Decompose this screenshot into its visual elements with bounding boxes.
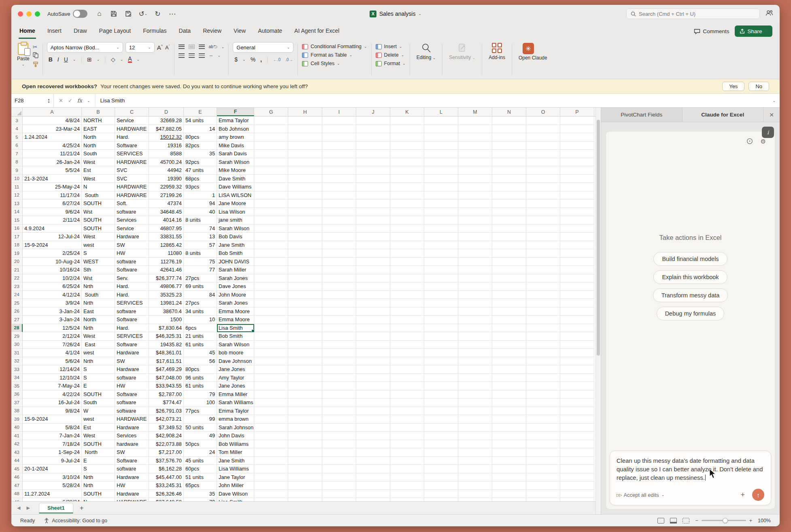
cell-B49[interactable]: N (82, 498, 115, 501)
cell-G31[interactable] (254, 349, 288, 357)
cell-A29[interactable]: 2/12/24 (23, 332, 82, 341)
undo-button[interactable]: ↺⌄ (138, 9, 147, 18)
cell-H21[interactable] (288, 266, 322, 274)
cell-B36[interactable]: SOUTH (82, 390, 115, 399)
cell-O26[interactable] (526, 307, 560, 316)
cell-E27[interactable]: 10 (184, 316, 217, 324)
cell-C18[interactable]: SW (115, 241, 149, 250)
align-center-icon[interactable] (189, 53, 195, 58)
cell-F38[interactable]: Emma Taylor (217, 407, 254, 415)
cell-K48[interactable] (390, 490, 424, 498)
cell-H40[interactable] (288, 424, 322, 432)
cell-B27[interactable]: North (82, 316, 115, 324)
cell-F27[interactable]: Emma Moore (217, 316, 254, 324)
cell-G4[interactable] (254, 125, 288, 134)
italic-button[interactable]: I (57, 56, 59, 63)
cell-N35[interactable] (492, 382, 526, 390)
cell-H43[interactable] (288, 448, 322, 457)
cell-L48[interactable] (424, 490, 458, 498)
cell-O42[interactable] (526, 440, 560, 449)
cell-K14[interactable] (390, 208, 424, 216)
cell-H28[interactable] (288, 324, 322, 333)
cell-E33[interactable]: 80pcs (184, 365, 217, 374)
ribbon-tab-view[interactable]: View (233, 24, 247, 39)
cell-F48[interactable]: Dave Wilson (217, 490, 254, 498)
cell-O34[interactable] (526, 374, 560, 382)
cell-P37[interactable] (560, 398, 594, 407)
cell-L32[interactable] (424, 357, 458, 366)
cell-H12[interactable] (288, 191, 322, 200)
cell-G12[interactable] (254, 191, 288, 200)
cell-B7[interactable]: South (82, 150, 115, 158)
cell-A32[interactable]: 5/6/24 (23, 357, 82, 366)
cell-P46[interactable] (560, 473, 594, 482)
cell-J11[interactable] (356, 183, 390, 191)
cell-L26[interactable] (424, 307, 458, 316)
cell-P6[interactable] (560, 142, 594, 150)
cell-F10[interactable]: Dave Smith (217, 175, 254, 183)
column-header-e[interactable]: E (184, 108, 217, 116)
cell-N49[interactable] (492, 498, 526, 501)
cell-L30[interactable] (424, 341, 458, 349)
cell-G14[interactable] (254, 208, 288, 216)
currency-format-button[interactable]: $ (234, 56, 238, 63)
cell-N12[interactable] (492, 191, 526, 200)
cell-C42[interactable]: hardware (115, 440, 149, 449)
cell-M27[interactable] (458, 316, 492, 324)
cell-C17[interactable]: Hardware (115, 233, 149, 241)
cell-J13[interactable] (356, 199, 390, 208)
cell-B24[interactable]: South (82, 291, 115, 299)
cell-G20[interactable] (254, 258, 288, 266)
column-header-n[interactable]: N (492, 108, 526, 116)
cell-C26[interactable]: software (115, 307, 149, 316)
suggestion-explain-this-workbook[interactable]: Explain this workbook (653, 270, 727, 284)
cell-H38[interactable] (288, 407, 322, 415)
cell-N27[interactable] (492, 316, 526, 324)
cell-A22[interactable]: 10/2/24 (23, 274, 82, 283)
cell-D15[interactable]: 4014.16 (149, 216, 184, 225)
insert-function-icon[interactable]: fx (77, 97, 82, 104)
cell-F34[interactable]: Amy Taylor (217, 374, 254, 382)
cell-I13[interactable] (322, 199, 356, 208)
cell-K17[interactable] (390, 233, 424, 241)
cell-D44[interactable]: $37,576.70 (149, 457, 184, 465)
cell-O48[interactable] (526, 490, 560, 498)
cell-I35[interactable] (322, 382, 356, 390)
cell-D26[interactable]: 38670.4 (149, 307, 184, 316)
cell-M34[interactable] (458, 374, 492, 382)
cell-A9[interactable]: 5/5/24 (23, 166, 82, 175)
cell-M5[interactable] (458, 133, 492, 142)
cell-D10[interactable]: 19390 (149, 175, 184, 183)
bottom-align-icon[interactable] (199, 45, 205, 49)
cell-M9[interactable] (458, 166, 492, 175)
cell-E39[interactable]: 99 (184, 415, 217, 424)
cell-N9[interactable] (492, 166, 526, 175)
cell-M8[interactable] (458, 158, 492, 167)
minimize-window-button[interactable] (26, 11, 32, 17)
cell-G38[interactable] (254, 407, 288, 415)
suggestion-build-financial-models[interactable]: Build financial models (653, 252, 727, 266)
cell-A37[interactable]: 16-Jul-24 (23, 398, 82, 407)
column-header-g[interactable]: G (254, 108, 288, 116)
ribbon-tab-data[interactable]: Data (178, 24, 192, 39)
cell-G39[interactable] (254, 415, 288, 424)
cell-K47[interactable] (390, 481, 424, 490)
tab-pivotchart-fields[interactable]: PivotChart Fields (601, 108, 683, 122)
open-claude-button[interactable]: ✳ Open Claude (516, 42, 540, 77)
cell-P35[interactable] (560, 382, 594, 390)
row-header-37[interactable]: 37 (11, 398, 23, 407)
cell-L15[interactable] (424, 216, 458, 225)
cell-E49[interactable]: 79 (184, 498, 217, 501)
confirm-entry-icon[interactable]: ✓ (68, 97, 72, 104)
cell-J27[interactable] (356, 316, 390, 324)
row-header-24[interactable]: 24 (11, 291, 23, 299)
cell-B37[interactable]: South (82, 398, 115, 407)
cell-G36[interactable] (254, 390, 288, 399)
cell-C43[interactable]: SW (115, 448, 149, 457)
cell-M49[interactable] (458, 498, 492, 501)
cell-I48[interactable] (322, 490, 356, 498)
row-header-30[interactable]: 30 (11, 341, 23, 349)
row-header-11[interactable]: 11 (11, 183, 23, 191)
cell-G21[interactable] (254, 266, 288, 274)
cell-J24[interactable] (356, 291, 390, 299)
